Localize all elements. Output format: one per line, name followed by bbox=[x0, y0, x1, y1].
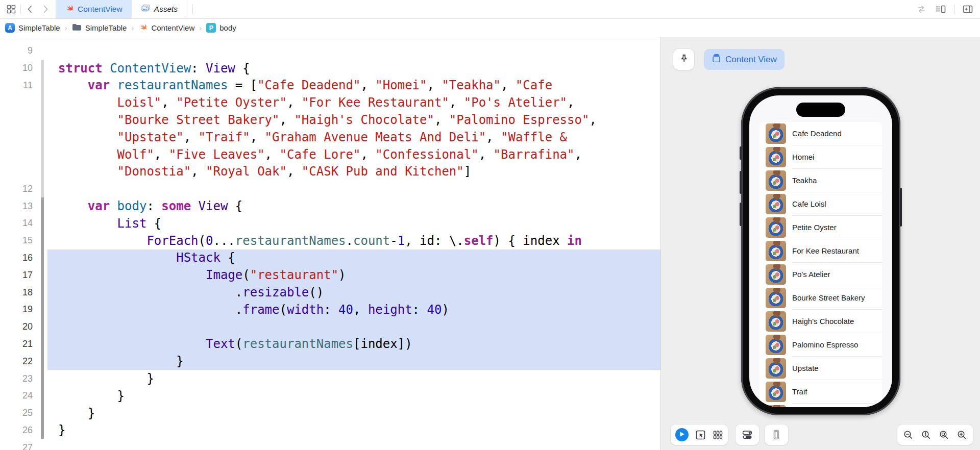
device-settings-button[interactable] bbox=[742, 430, 753, 440]
change-bar-gutter bbox=[33, 405, 47, 422]
code-line[interactable]: 26} bbox=[0, 422, 660, 439]
code-line[interactable]: 16 HStack { bbox=[0, 249, 660, 267]
chevron-right-icon: › bbox=[131, 23, 134, 32]
divider bbox=[954, 5, 954, 14]
code-line[interactable]: 12 bbox=[0, 180, 660, 197]
code-line[interactable]: Loisl", "Petite Oyster", "For Kee Restau… bbox=[0, 94, 660, 111]
code-line[interactable]: 17 Image("restaurant") bbox=[0, 266, 660, 284]
restaurant-row[interactable]: Homei bbox=[760, 145, 882, 169]
live-preview-button[interactable] bbox=[675, 428, 689, 441]
restaurant-row[interactable]: Teakha bbox=[760, 169, 882, 192]
code-line[interactable]: 15 ForEach(0...restaurantNames.count-1, … bbox=[0, 232, 660, 249]
restaurant-row[interactable]: Cafe Loisl bbox=[760, 192, 882, 216]
code-line[interactable]: 23 } bbox=[0, 370, 660, 387]
code-line[interactable]: 22 } bbox=[0, 353, 660, 370]
code-text: Image("restaurant") bbox=[47, 266, 660, 284]
code-text: "Upstate", "Traif", "Graham Avenue Meats… bbox=[47, 129, 660, 146]
restaurant-image bbox=[766, 123, 786, 144]
code-line[interactable]: Wolf", "Five Leaves", "Cafe Lore", "Conf… bbox=[0, 146, 660, 163]
code-editor[interactable]: 910struct ContentView: View {11 var rest… bbox=[0, 37, 660, 450]
variants-mode-button[interactable] bbox=[713, 430, 723, 440]
line-number: 23 bbox=[0, 373, 33, 384]
code-text: var body: some View { bbox=[47, 197, 660, 215]
add-editor-icon[interactable] bbox=[962, 3, 974, 15]
code-text bbox=[47, 318, 660, 336]
editor-options-icon[interactable] bbox=[935, 3, 947, 15]
restaurant-image bbox=[766, 217, 786, 238]
code-line[interactable]: "Donostia", "Royal Oak", "CASK Pub and K… bbox=[0, 163, 660, 181]
line-number: 13 bbox=[0, 201, 33, 212]
code-line[interactable]: 18 .resizable() bbox=[0, 284, 660, 301]
breadcrumb-item-project[interactable]: A SimpleTable bbox=[5, 23, 60, 33]
code-line[interactable]: 20 bbox=[0, 318, 660, 336]
change-bar-gutter bbox=[33, 163, 47, 181]
breadcrumb-item-file[interactable]: ContentView bbox=[138, 22, 194, 33]
code-line[interactable]: 11 var restaurantNames = ["Cafe Deadend"… bbox=[0, 77, 660, 94]
restaurant-image bbox=[766, 147, 786, 167]
restaurant-row[interactable]: Petite Oyster bbox=[760, 216, 882, 239]
pushpin-icon bbox=[679, 54, 689, 66]
code-text: var restaurantNames = ["Cafe Deadend", "… bbox=[47, 77, 660, 94]
tab-assets[interactable]: Assets bbox=[132, 0, 188, 18]
device-bezels-button[interactable] bbox=[771, 429, 781, 440]
restaurant-image bbox=[766, 194, 786, 214]
line-number: 27 bbox=[0, 442, 33, 450]
code-text: List { bbox=[47, 215, 660, 232]
restaurant-row[interactable]: Upstate bbox=[760, 357, 882, 380]
change-bar-gutter bbox=[33, 353, 47, 370]
zoom-out-icon[interactable] bbox=[903, 430, 914, 440]
view-stack-icon bbox=[712, 54, 721, 66]
code-line[interactable]: 10struct ContentView: View { bbox=[0, 60, 660, 77]
code-line[interactable]: 13 var body: some View { bbox=[0, 197, 660, 215]
preview-target-button[interactable]: Content View bbox=[704, 49, 785, 70]
breadcrumb-item-group[interactable]: SimpleTable bbox=[72, 23, 127, 33]
restaurant-image bbox=[766, 382, 786, 402]
restaurant-image bbox=[766, 358, 786, 379]
change-bar-gutter bbox=[33, 370, 47, 387]
code-line[interactable]: 25 } bbox=[0, 405, 660, 422]
forward-icon[interactable] bbox=[39, 3, 52, 15]
code-line[interactable]: 19 .frame(width: 40, height: 40) bbox=[0, 301, 660, 318]
device-settings-group bbox=[736, 424, 759, 445]
code-line[interactable]: 21 Text(restaurantNames[index]) bbox=[0, 336, 660, 353]
tab-label: ContentView bbox=[78, 5, 122, 14]
selectable-mode-button[interactable] bbox=[695, 430, 706, 440]
restaurant-row[interactable]: Graham Avenue Meats And Deli bbox=[760, 404, 882, 407]
code-text: "Donostia", "Royal Oak", "CASK Pub and K… bbox=[47, 163, 660, 181]
change-bar-gutter bbox=[33, 111, 47, 129]
editor-layout-icon[interactable] bbox=[5, 3, 17, 15]
restaurant-row[interactable]: Cafe Deadend bbox=[760, 122, 882, 145]
restaurant-row[interactable]: Bourke Street Bakery bbox=[760, 286, 882, 310]
restaurant-row[interactable]: For Kee Restaurant bbox=[760, 239, 882, 263]
code-text: ForEach(0...restaurantNames.count-1, id:… bbox=[47, 232, 660, 249]
back-icon[interactable] bbox=[24, 3, 36, 15]
change-bar-gutter bbox=[33, 232, 47, 249]
pin-preview-button[interactable] bbox=[673, 49, 694, 70]
code-line[interactable]: 24 } bbox=[0, 387, 660, 405]
restaurant-row[interactable]: Haigh's Chocolate bbox=[760, 310, 882, 333]
tab-bar: ContentView Assets bbox=[0, 0, 980, 19]
restaurant-list: Cafe DeadendHomeiTeakhaCafe LoislPetite … bbox=[760, 122, 882, 407]
restaurant-row[interactable]: Traif bbox=[760, 380, 882, 404]
breadcrumb-item-symbol[interactable]: P body bbox=[206, 23, 236, 33]
restaurant-row[interactable]: Palomino Espresso bbox=[760, 333, 882, 357]
code-line[interactable]: "Bourke Street Bakery", "Haigh's Chocola… bbox=[0, 111, 660, 129]
code-line[interactable]: 27 bbox=[0, 439, 660, 450]
code-line[interactable]: 9 bbox=[0, 42, 660, 60]
code-text: HStack { bbox=[47, 249, 660, 267]
zoom-controls bbox=[897, 424, 973, 445]
zoom-in-icon[interactable] bbox=[957, 430, 967, 440]
code-text: } bbox=[47, 387, 660, 405]
change-bar-gutter bbox=[33, 94, 47, 111]
code-line[interactable]: 14 List { bbox=[0, 215, 660, 232]
change-bar-gutter bbox=[33, 301, 47, 318]
zoom-fit-icon[interactable] bbox=[939, 430, 949, 440]
restaurant-row[interactable]: Po's Atelier bbox=[760, 263, 882, 286]
swift-icon bbox=[65, 4, 74, 15]
restaurant-name: Cafe Loisl bbox=[792, 199, 826, 208]
code-text: Loisl", "Petite Oyster", "For Kee Restau… bbox=[47, 94, 660, 111]
zoom-100-icon[interactable] bbox=[921, 430, 932, 440]
change-bar-gutter bbox=[33, 129, 47, 146]
code-line[interactable]: "Upstate", "Traif", "Graham Avenue Meats… bbox=[0, 129, 660, 146]
tab-contentview[interactable]: ContentView bbox=[56, 0, 132, 18]
